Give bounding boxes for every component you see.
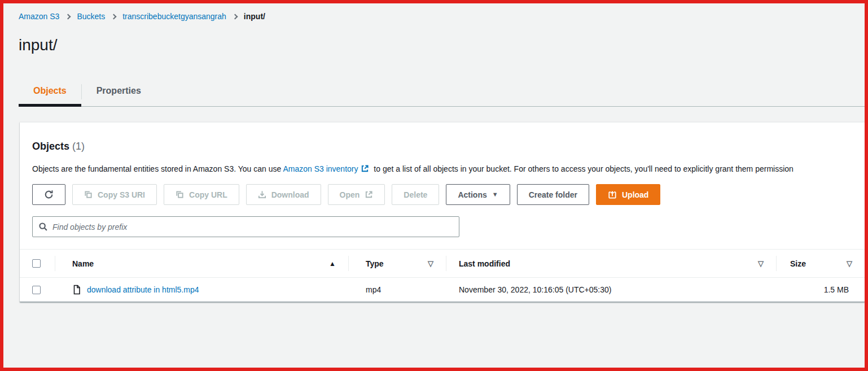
copy-url-label: Copy URL (189, 190, 227, 199)
objects-panel-title: Objects (1) (32, 139, 865, 153)
column-size-label: Size (790, 259, 806, 268)
chevron-right-icon (65, 14, 71, 19)
open-button: Open (328, 184, 385, 205)
column-last-modified-label: Last modified (459, 259, 510, 268)
object-type-cell: mp4 (348, 278, 446, 302)
breadcrumb-bucket-name[interactable]: transcribebucketgyansangrah (122, 12, 226, 21)
description-text-before: Objects are the fundamental entities sto… (32, 164, 283, 173)
chevron-right-icon (232, 14, 238, 19)
page-title: input/ (19, 36, 865, 55)
download-icon (258, 190, 266, 199)
column-divider (348, 256, 349, 271)
column-divider (55, 256, 55, 271)
objects-title-text: Objects (32, 141, 69, 152)
breadcrumb-buckets[interactable]: Buckets (77, 12, 105, 21)
row-checkbox[interactable] (32, 286, 41, 294)
actions-label: Actions (458, 190, 486, 199)
table-header-row: Name ▲ Type ▽ Last modified ▽ Size ▽ (20, 250, 865, 278)
objects-panel: Objects (1) Objects are the fundamental … (20, 122, 865, 302)
copy-s3-uri-label: Copy S3 URI (98, 190, 145, 199)
column-type-label: Type (366, 259, 384, 268)
copy-icon (176, 190, 184, 199)
tab-bar: Objects Properties (19, 77, 865, 107)
sort-down-icon: ▽ (847, 259, 852, 268)
object-search (32, 216, 459, 237)
file-icon (72, 285, 81, 295)
column-header-type[interactable]: Type ▽ (348, 250, 446, 277)
caret-down-icon: ▼ (492, 191, 498, 198)
copy-s3-uri-button: Copy S3 URI (72, 184, 157, 205)
upload-label: Upload (622, 190, 648, 199)
table-row: download attribute in html5.mp4 mp4 Nove… (20, 278, 865, 302)
breadcrumb-amazon-s3[interactable]: Amazon S3 (19, 12, 59, 21)
objects-description: Objects are the fundamental entities sto… (32, 164, 865, 175)
object-last-modified-cell: November 30, 2022, 10:16:05 (UTC+05:30) (446, 278, 776, 302)
object-name-link[interactable]: download attribute in html5.mp4 (87, 285, 199, 294)
search-icon (38, 222, 48, 232)
column-name-label: Name (72, 259, 94, 268)
copy-icon (84, 190, 93, 199)
sort-down-icon: ▽ (428, 259, 433, 268)
column-header-name[interactable]: Name ▲ (55, 250, 348, 277)
upload-button[interactable]: Upload (596, 184, 660, 205)
s3-inventory-link[interactable]: Amazon S3 inventory (283, 164, 358, 173)
chevron-right-icon (111, 14, 117, 19)
object-size-cell: 1.5 MB (776, 278, 865, 302)
external-link-icon (365, 190, 373, 199)
row-select-cell (20, 278, 55, 302)
object-name-cell: download attribute in html5.mp4 (55, 278, 348, 302)
column-header-last-modified[interactable]: Last modified ▽ (446, 250, 776, 277)
delete-label: Delete (404, 190, 427, 199)
description-text-after: to get a list of all objects in your buc… (371, 164, 793, 173)
copy-url-button: Copy URL (164, 184, 239, 205)
column-divider (776, 256, 777, 271)
create-folder-button[interactable]: Create folder (517, 184, 589, 205)
download-button: Download (246, 184, 321, 205)
column-divider (446, 256, 446, 271)
breadcrumb: Amazon S3 Buckets transcribebucketgyansa… (3, 3, 865, 21)
sort-down-icon: ▽ (758, 259, 764, 268)
select-all-checkbox[interactable] (32, 259, 41, 268)
sort-ascending-icon: ▲ (329, 260, 336, 268)
create-folder-label: Create folder (529, 190, 577, 199)
breadcrumb-current-prefix: input/ (244, 12, 265, 21)
objects-toolbar: Copy S3 URI Copy URL Download Open (32, 184, 865, 205)
refresh-icon (44, 190, 54, 199)
tab-properties[interactable]: Properties (82, 77, 156, 106)
select-all-cell (20, 250, 55, 277)
column-header-size[interactable]: Size ▽ (776, 250, 865, 277)
external-link-icon (361, 164, 369, 175)
download-label: Download (271, 190, 309, 199)
refresh-button[interactable] (32, 184, 65, 205)
objects-count: (1) (72, 141, 85, 152)
actions-dropdown-button[interactable]: Actions ▼ (446, 184, 510, 205)
tab-objects[interactable]: Objects (19, 77, 81, 106)
open-label: Open (340, 190, 360, 199)
delete-button: Delete (392, 184, 439, 205)
objects-table: Name ▲ Type ▽ Last modified ▽ Size ▽ (20, 249, 865, 302)
upload-icon (608, 190, 617, 199)
search-input[interactable] (52, 217, 453, 237)
